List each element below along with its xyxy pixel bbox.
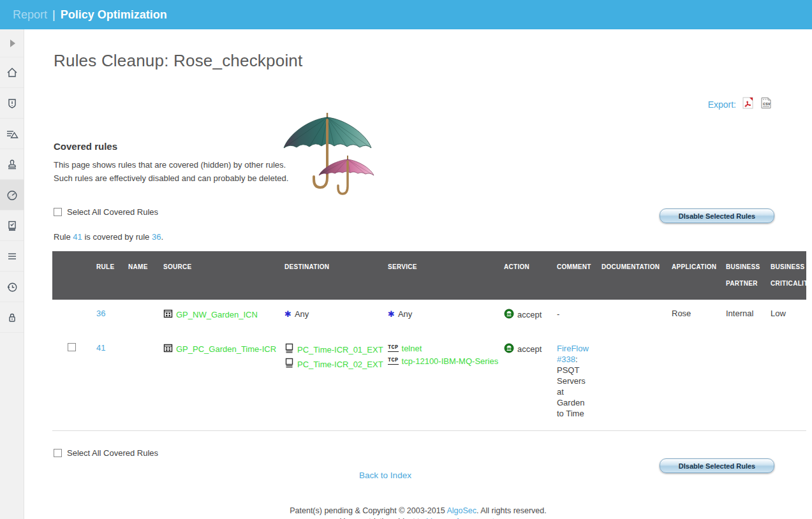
sidebar-item-stamp[interactable] xyxy=(0,149,24,180)
select-all-checkbox-top[interactable] xyxy=(54,208,62,216)
rule-41-link[interactable]: 41 xyxy=(96,343,105,353)
header-destination: DESTINATION xyxy=(279,251,383,300)
book-check-icon xyxy=(6,219,18,232)
footer-line-2: Usage strictly subject to License Agreem… xyxy=(24,516,812,519)
back-to-index-row: Back to Index xyxy=(54,471,717,480)
accept-action-icon xyxy=(504,309,514,321)
pdf-export-icon[interactable] xyxy=(742,97,754,112)
covered-rules-table: RULE NAME SOURCE DESTINATION SERVICE ACT… xyxy=(52,251,806,431)
service-object: ✱ Any xyxy=(388,309,494,319)
header-source: SOURCE xyxy=(158,251,279,300)
host-icon xyxy=(284,358,294,370)
row36-name xyxy=(123,300,158,334)
history-clock-icon xyxy=(6,281,18,293)
lines-warning-icon xyxy=(6,128,18,140)
any-icon: ✱ xyxy=(388,310,395,318)
covering-rule-link[interactable]: 36 xyxy=(152,232,161,242)
header-select xyxy=(52,251,91,300)
page-title: Rules Cleanup: Rose_checkpoint xyxy=(54,51,812,71)
covered-rules-heading: Covered rules xyxy=(54,141,812,152)
destination-object-label[interactable]: PC_Time-ICR_01_EXT xyxy=(297,344,383,355)
top-bar: Report | Policy Optimization xyxy=(0,0,812,29)
description-line-1: This page shows rules that are covered (… xyxy=(54,158,812,172)
row41-name xyxy=(123,334,158,431)
select-all-label-bottom: Select All Covered Rules xyxy=(67,448,158,458)
accept-action-icon xyxy=(504,343,514,355)
service-object: TCP tcp-12100-IBM-MQ-Series xyxy=(388,356,494,367)
business-partner-cell xyxy=(721,334,765,431)
back-to-index-link[interactable]: Back to Index xyxy=(359,471,411,480)
destination-object-label[interactable]: PC_Time-ICR_02_EXT xyxy=(297,359,383,370)
source-object-label[interactable]: GP_PC_Garden_Time-ICR xyxy=(176,344,276,355)
export-label[interactable]: Export: xyxy=(708,99,736,110)
select-all-label-top: Select All Covered Rules xyxy=(67,207,158,217)
sidebar-item-policy-optimization[interactable] xyxy=(0,180,24,210)
comment-cell: FireFlow #338: PSQT Servers at Garden to… xyxy=(552,334,596,431)
source-object: GP_NW_Garden_ICN xyxy=(163,309,274,321)
source-object-label[interactable]: GP_NW_Garden_ICN xyxy=(176,309,258,320)
shield-alert-icon xyxy=(6,97,18,110)
disable-selected-rules-button-top[interactable]: DIsable Selected Rules xyxy=(660,208,774,223)
service-object: TCP telnet xyxy=(388,343,494,354)
documentation-cell xyxy=(596,334,667,431)
group-icon xyxy=(163,343,173,355)
footer-copyright-text: Patent(s) pending & Copyright © 2003-201… xyxy=(290,506,447,515)
svg-text:csv: csv xyxy=(763,101,771,106)
sidebar-item-traffic[interactable] xyxy=(0,119,24,149)
action-cell: accept xyxy=(504,343,547,355)
rule-36-link[interactable]: 36 xyxy=(96,309,105,318)
documentation-cell xyxy=(596,300,667,334)
sidebar-item-reports[interactable] xyxy=(0,210,24,241)
gauge-icon xyxy=(6,189,18,201)
comment-text: : PSQT Servers at Garden to Time xyxy=(557,355,586,418)
note-middle: is covered by rule xyxy=(82,232,152,242)
sidebar-item-security[interactable] xyxy=(0,302,24,333)
sidebar-expand-button[interactable] xyxy=(0,29,24,57)
host-icon xyxy=(284,343,294,356)
business-partner-cell: Internal xyxy=(721,300,765,334)
algosec-link[interactable]: AlgoSec xyxy=(447,506,476,515)
description-line-2: Such rules are effectively disabled and … xyxy=(54,172,812,185)
footer-rights-text: . All rights reserved. xyxy=(476,506,547,515)
sidebar-item-list[interactable] xyxy=(0,241,24,272)
header-business-criticality: BUSINESS CRITICALITY xyxy=(765,251,806,300)
destination-object: PC_Time-ICR_01_EXT xyxy=(284,343,378,356)
destination-object: ✱ Any xyxy=(284,309,378,319)
header-business-partner: BUSINESS PARTNER xyxy=(721,251,765,300)
bottom-controls-row: Select All Covered Rules DIsable Selecte… xyxy=(54,431,812,473)
export-box: Export: csv xyxy=(708,97,772,112)
tcp-protocol-icon: TCP xyxy=(388,358,399,365)
covered-rule-link[interactable]: 41 xyxy=(73,232,82,242)
header-service: SERVICE xyxy=(383,251,499,300)
application-cell: Rose xyxy=(667,300,721,334)
sidebar-item-history[interactable] xyxy=(0,272,24,302)
topbar-section-title: Policy Optimization xyxy=(61,8,167,22)
select-all-checkbox-bottom[interactable] xyxy=(54,449,62,457)
disable-selected-rules-button-bottom[interactable]: DIsable Selected Rules xyxy=(660,458,774,473)
note-prefix: Rule xyxy=(54,232,73,242)
sidebar-item-home[interactable] xyxy=(0,57,24,88)
chevron-right-icon xyxy=(6,37,18,50)
row41-select-checkbox[interactable] xyxy=(68,343,76,351)
service-object-label[interactable]: telnet xyxy=(402,343,422,354)
action-cell: accept xyxy=(504,309,547,321)
application-cell xyxy=(667,334,721,431)
service-object-label[interactable]: tcp-12100-IBM-MQ-Series xyxy=(402,356,499,367)
business-criticality-cell: Low xyxy=(765,300,806,334)
header-action: ACTION xyxy=(499,251,552,300)
covered-rules-description: This page shows rules that are covered (… xyxy=(54,158,812,185)
header-application: APPLICATION xyxy=(667,251,721,300)
action-label: accept xyxy=(517,310,542,319)
destination-object: PC_Time-ICR_02_EXT xyxy=(284,358,378,370)
footer-line-1: Patent(s) pending & Copyright © 2003-201… xyxy=(24,506,812,516)
sidebar-item-risks[interactable] xyxy=(0,88,24,119)
table-row: 41 GP_PC_Garden_Time-ICR xyxy=(52,334,806,431)
page-footer: Patent(s) pending & Copyright © 2003-201… xyxy=(24,506,812,519)
fireflow-ticket-link[interactable]: FireFlow #338 xyxy=(557,344,589,364)
topbar-divider: | xyxy=(52,8,55,22)
header-documentation: DOCUMENTATION xyxy=(596,251,667,300)
action-label: accept xyxy=(517,344,542,354)
csv-export-icon[interactable]: csv xyxy=(760,97,772,112)
service-object-label: Any xyxy=(398,309,412,319)
home-icon xyxy=(6,66,18,79)
